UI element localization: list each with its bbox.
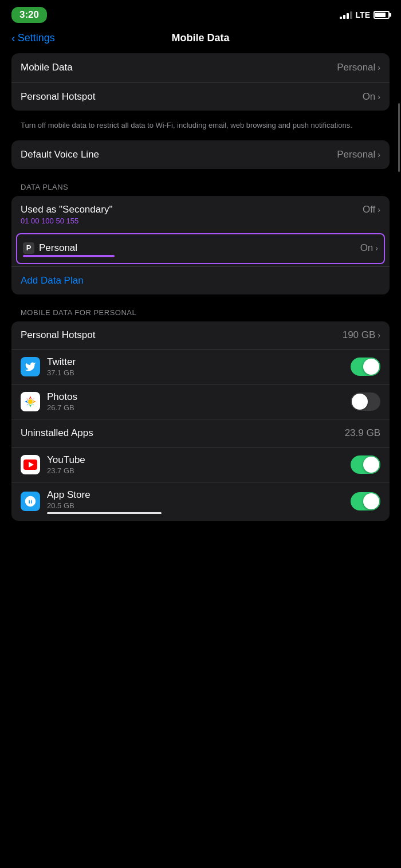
mobile-data-label: Mobile Data — [21, 62, 73, 73]
personal-hotspot-data-info: Personal Hotspot — [21, 329, 343, 341]
appstore-info: App Store 20.5 GB — [47, 489, 351, 514]
youtube-toggle-knob — [363, 457, 379, 473]
appstore-name: App Store — [47, 489, 351, 501]
personal-plan-chevron-icon: › — [375, 243, 378, 253]
personal-hotspot-value-group: On › — [363, 91, 380, 103]
personal-hotspot-row[interactable]: Personal Hotspot On › — [11, 82, 390, 111]
secondary-phone-number: 01 00 100 50 155 — [11, 215, 137, 231]
appstore-right — [351, 492, 380, 510]
mobile-data-for-personal-card: Personal Hotspot 190 GB › Twitter 37.1 G… — [11, 321, 390, 521]
personal-hotspot-chevron-icon: › — [378, 92, 380, 101]
mobile-data-value-group: Personal › — [337, 62, 380, 73]
uninstalled-right: 23.9 GB — [345, 427, 380, 439]
appstore-usage: 20.5 GB — [47, 501, 351, 510]
personal-hotspot-data-label: Personal Hotspot — [21, 329, 95, 340]
personal-row-inner: P Personal On › — [17, 234, 384, 254]
twitter-row[interactable]: Twitter 37.1 GB — [11, 349, 390, 384]
scrollbar[interactable] — [398, 103, 400, 172]
default-voice-line-value: Personal — [337, 149, 375, 160]
nav-bar: ‹ Settings Mobile Data — [0, 28, 401, 53]
personal-plan-value: On — [360, 242, 374, 254]
secondary-value: Off — [363, 204, 375, 215]
photos-row[interactable]: Photos 26.7 GB — [11, 384, 390, 419]
youtube-usage: 23.7 GB — [47, 466, 351, 475]
page-title: Mobile Data — [171, 32, 229, 44]
mobile-data-description: Turn off mobile data to restrict all dat… — [11, 115, 390, 140]
secondary-value-group: Off › — [363, 204, 380, 215]
default-voice-line-chevron-icon: › — [378, 150, 380, 159]
photos-right — [351, 392, 380, 411]
data-plans-card: Used as "Secondary" Off › 01 00 100 50 1… — [11, 196, 390, 294]
lte-indicator: LTE — [356, 10, 370, 19]
appstore-usage-bar — [47, 512, 162, 514]
content: Mobile Data Personal › Personal Hotspot … — [0, 53, 401, 521]
twitter-name: Twitter — [47, 356, 351, 368]
photos-usage: 26.7 GB — [47, 403, 351, 412]
youtube-toggle[interactable] — [351, 455, 380, 474]
back-button[interactable]: ‹ Settings — [11, 32, 55, 45]
twitter-right — [351, 358, 380, 376]
appstore-row[interactable]: App Store 20.5 GB — [11, 482, 390, 521]
secondary-row-inner: Used as "Secondary" Off › — [11, 196, 390, 215]
photos-name: Photos — [47, 391, 351, 403]
photos-icon — [21, 392, 40, 411]
personal-plan-highlighted[interactable]: P Personal On › — [16, 233, 385, 264]
status-bar: 3:20 LTE — [0, 0, 401, 28]
appstore-toggle[interactable] — [351, 492, 380, 510]
twitter-info: Twitter 37.1 GB — [47, 356, 351, 377]
secondary-label: Used as "Secondary" — [21, 204, 112, 215]
mobile-data-card: Mobile Data Personal › Personal Hotspot … — [11, 53, 390, 111]
back-chevron-icon: ‹ — [11, 32, 15, 45]
uninstalled-info: Uninstalled Apps — [21, 427, 345, 439]
twitter-icon — [21, 357, 40, 376]
secondary-row[interactable]: Used as "Secondary" Off › 01 00 100 50 1… — [11, 196, 390, 231]
personal-badge-icon: P — [23, 242, 34, 254]
appstore-toggle-knob — [363, 493, 379, 509]
uninstalled-apps-row[interactable]: Uninstalled Apps 23.9 GB — [11, 419, 390, 447]
personal-hotspot-data-value: 190 GB — [343, 329, 376, 341]
default-voice-line-card: Default Voice Line Personal › — [11, 140, 390, 169]
personal-hotspot-data-chevron-icon: › — [378, 331, 380, 340]
twitter-toggle-knob — [363, 359, 379, 375]
personal-hotspot-label: Personal Hotspot — [21, 91, 95, 103]
photos-info: Photos 26.7 GB — [47, 391, 351, 412]
uninstalled-apps-label: Uninstalled Apps — [21, 427, 93, 438]
personal-plan-value-group: On › — [360, 242, 378, 254]
youtube-name: YouTube — [47, 454, 351, 466]
photos-toggle-knob — [352, 394, 368, 410]
status-time: 3:20 — [11, 7, 47, 23]
personal-hotspot-data-value-group: 190 GB › — [343, 329, 380, 341]
mobile-data-value: Personal — [337, 62, 375, 73]
mobile-data-chevron-icon: › — [378, 63, 380, 72]
personal-hotspot-value: On — [363, 91, 376, 103]
youtube-right — [351, 455, 380, 474]
twitter-toggle[interactable] — [351, 358, 380, 376]
youtube-info: YouTube 23.7 GB — [47, 454, 351, 475]
battery-icon — [374, 11, 390, 19]
data-plans-section-header: DATA PLANS — [11, 174, 390, 196]
personal-hotspot-data-row[interactable]: Personal Hotspot 190 GB › — [11, 321, 390, 349]
back-label: Settings — [18, 32, 55, 44]
personal-row-left: P Personal — [23, 242, 77, 254]
default-voice-line-value-group: Personal › — [337, 149, 380, 160]
twitter-usage: 37.1 GB — [47, 368, 351, 377]
mobile-data-row[interactable]: Mobile Data Personal › — [11, 53, 390, 82]
default-voice-line-label: Default Voice Line — [21, 149, 99, 160]
photos-toggle[interactable] — [351, 392, 380, 411]
appstore-icon — [21, 492, 40, 511]
personal-plan-bar — [23, 255, 115, 257]
youtube-row[interactable]: YouTube 23.7 GB — [11, 447, 390, 482]
youtube-icon — [21, 455, 40, 474]
mobile-data-for-personal-header: MOBILE DATA FOR PERSONAL — [11, 299, 390, 321]
secondary-chevron-icon: › — [378, 205, 380, 214]
signal-bars-icon — [340, 11, 352, 19]
status-right: LTE — [340, 10, 390, 19]
personal-plan-label: Personal — [39, 242, 77, 254]
default-voice-line-row[interactable]: Default Voice Line Personal › — [11, 140, 390, 169]
add-data-plan-button[interactable]: Add Data Plan — [11, 266, 390, 294]
uninstalled-apps-value: 23.9 GB — [345, 427, 380, 439]
